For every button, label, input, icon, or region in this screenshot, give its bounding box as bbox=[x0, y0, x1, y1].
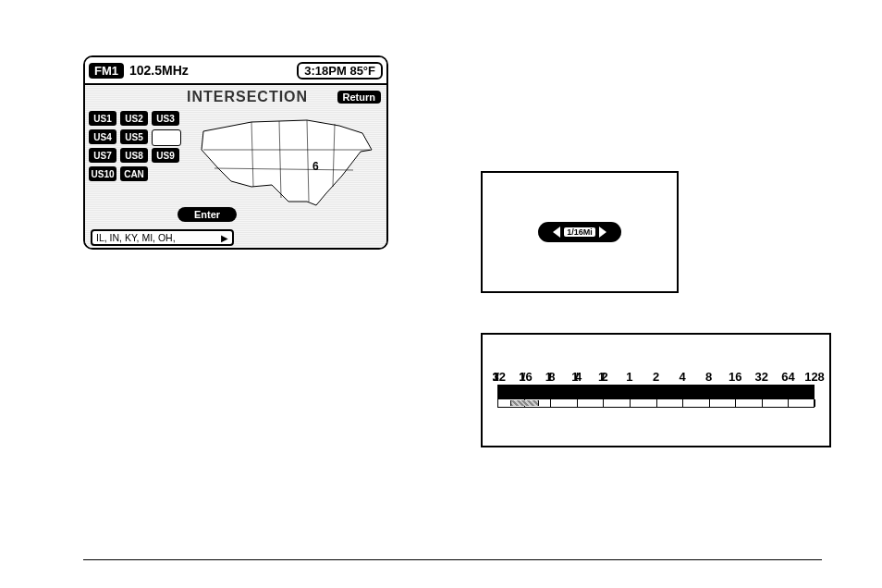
chevron-right-icon: ▶ bbox=[221, 233, 228, 243]
scale-label: 1 bbox=[626, 370, 632, 384]
map-region-number: 6 bbox=[312, 160, 319, 173]
scale-label: 8 bbox=[705, 370, 712, 384]
footer-divider bbox=[83, 559, 822, 560]
screen-title: INTERSECTION bbox=[187, 89, 308, 105]
scale-bar-box: 1/321/161/81/41/21248163264128 bbox=[481, 333, 831, 447]
scale-label: 1/8 bbox=[548, 370, 552, 384]
us-map[interactable]: 6 bbox=[196, 113, 381, 214]
region-button-us9[interactable]: US9 bbox=[152, 148, 179, 163]
region-button-us2[interactable]: US2 bbox=[120, 111, 148, 126]
enter-button[interactable]: Enter bbox=[178, 207, 237, 222]
region-button-us1[interactable]: US1 bbox=[89, 111, 116, 126]
scale-bar-labels: 1/321/161/81/41/21248163264128 bbox=[497, 370, 815, 385]
scale-toggle[interactable]: 1/16Mi bbox=[538, 222, 621, 242]
scale-label: 32 bbox=[755, 370, 768, 384]
scale-label: 16 bbox=[729, 370, 741, 384]
scale-label: 1/32 bbox=[496, 370, 499, 384]
region-button-can[interactable]: CAN bbox=[120, 166, 148, 181]
scale-toggle-box: 1/16Mi bbox=[481, 171, 679, 293]
scale-label: 1/2 bbox=[602, 370, 606, 384]
scale-bar-ticks bbox=[497, 399, 815, 407]
scale-decrease-icon[interactable] bbox=[553, 227, 560, 238]
states-summary-text: IL, IN, KY, MI, OH, bbox=[96, 232, 176, 243]
scale-increase-icon[interactable] bbox=[599, 227, 606, 238]
nav-body: INTERSECTION Return US1US2US3US4US5US7US… bbox=[85, 85, 386, 250]
region-button-us10[interactable]: US10 bbox=[89, 166, 116, 181]
scale-label: 1/4 bbox=[575, 370, 579, 384]
scale-label: 128 bbox=[804, 370, 825, 384]
band-badge: FM1 bbox=[89, 63, 124, 79]
region-button-us4[interactable]: US4 bbox=[89, 129, 116, 144]
frequency-label: 102.5MHz bbox=[129, 63, 189, 78]
scale-bar-band bbox=[497, 385, 815, 399]
scale-current-label: 1/16Mi bbox=[564, 227, 595, 237]
states-summary-chip[interactable]: IL, IN, KY, MI, OH, ▶ bbox=[91, 229, 234, 246]
region-button-us7[interactable]: US7 bbox=[89, 148, 116, 163]
return-button[interactable]: Return bbox=[337, 91, 381, 104]
region-button-us3[interactable]: US3 bbox=[152, 111, 179, 126]
scale-bar-marker bbox=[510, 400, 539, 406]
region-button-empty bbox=[152, 129, 181, 146]
region-grid: US1US2US3US4US5US7US8US9US10CAN bbox=[89, 111, 179, 181]
nav-top-bar: FM1 102.5MHz 3:18PM 85°F bbox=[85, 57, 386, 85]
region-button-us8[interactable]: US8 bbox=[120, 148, 148, 163]
scale-label: 2 bbox=[653, 370, 659, 384]
scale-label: 64 bbox=[781, 370, 794, 384]
scale-bar[interactable]: 1/321/161/81/41/21248163264128 bbox=[497, 370, 815, 407]
clock-temp: 3:18PM 85°F bbox=[297, 62, 383, 80]
scale-label: 1/16 bbox=[522, 370, 526, 384]
scale-label: 4 bbox=[679, 370, 685, 384]
nav-screen: FM1 102.5MHz 3:18PM 85°F INTERSECTION Re… bbox=[83, 55, 388, 250]
region-button-us5[interactable]: US5 bbox=[120, 129, 148, 144]
